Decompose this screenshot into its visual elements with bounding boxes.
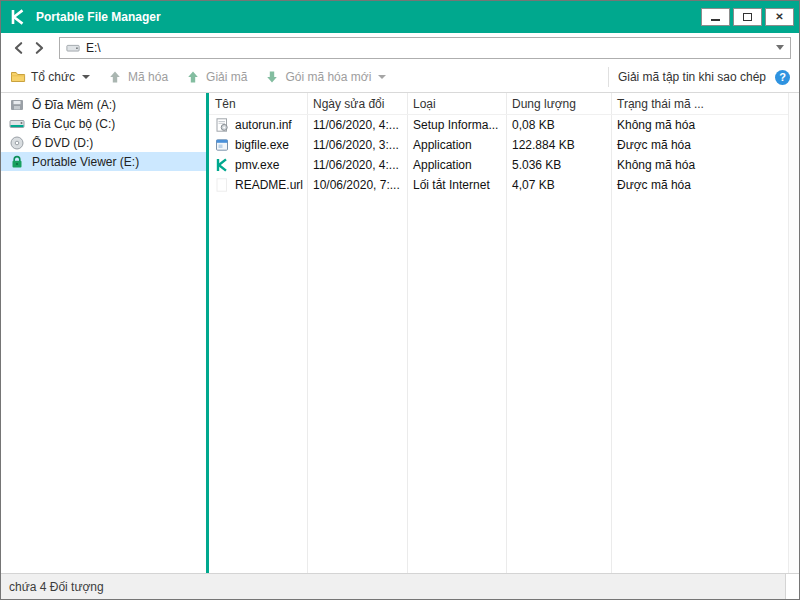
vertical-scrollbar-track[interactable] xyxy=(788,93,799,573)
lock-icon xyxy=(9,154,25,170)
sidebar-item[interactable]: Đĩa Cục bộ (C:) xyxy=(1,114,206,133)
toolbar-right: Giải mã tập tin khi sao chép ? xyxy=(608,67,790,87)
file-modified: 11/06/2020, 3:... xyxy=(307,138,407,152)
forward-arrow-icon xyxy=(32,41,46,55)
titlebar: Portable File Manager ✕ xyxy=(1,1,799,33)
sidebar-item[interactable]: Ổ DVD (D:) xyxy=(1,133,206,152)
column-header[interactable]: Ngày sửa đổi xyxy=(307,97,407,111)
minimize-icon xyxy=(711,19,720,21)
column-header[interactable]: Tên xyxy=(209,97,307,111)
organize-label: Tổ chức xyxy=(31,70,75,84)
decrypt-label: Giải mã xyxy=(206,70,247,84)
forward-button[interactable] xyxy=(29,37,49,59)
decrypt-on-copy-label: Giải mã tập tin khi sao chép xyxy=(618,70,766,84)
file-size: 0,08 KB xyxy=(506,118,611,132)
address-dropdown-icon[interactable] xyxy=(776,45,784,50)
file-size: 4,07 KB xyxy=(506,178,611,192)
sidebar-item-label: Ổ DVD (D:) xyxy=(32,136,93,150)
drive-tree: Ổ Đĩa Mềm (A:)Đĩa Cục bộ (C:)Ổ DVD (D:)P… xyxy=(1,93,206,573)
toolbar: Tổ chức Mã hóa Giải mã Gói mã hóa mới Gi… xyxy=(1,62,799,93)
setup-info-icon xyxy=(214,117,230,133)
new-package-arrow-icon xyxy=(264,69,280,85)
file-name: autorun.inf xyxy=(235,118,292,132)
navigation-bar: E:\ xyxy=(1,33,799,62)
file-size: 5.036 KB xyxy=(506,158,611,172)
help-icon[interactable]: ? xyxy=(775,70,790,85)
drive-icon xyxy=(66,41,80,55)
column-header[interactable]: Loại xyxy=(407,97,506,111)
kaspersky-icon xyxy=(214,157,230,173)
column-header[interactable]: Trạng thái mã ... xyxy=(611,97,788,111)
toolbar-separator xyxy=(608,67,609,87)
kaspersky-logo-icon xyxy=(9,8,27,26)
resize-grip[interactable] xyxy=(785,574,799,599)
file-row[interactable]: README.url10/06/2020, 7:...Lối tắt Inter… xyxy=(209,175,788,195)
decrypt-button[interactable]: Giải mã xyxy=(185,69,247,85)
back-arrow-icon xyxy=(12,41,26,55)
sidebar-item[interactable]: Ổ Đĩa Mềm (A:) xyxy=(1,95,206,114)
file-type: Lối tắt Internet xyxy=(407,178,506,192)
file-name: bigfile.exe xyxy=(235,138,289,152)
file-name: README.url xyxy=(235,178,303,192)
application-icon xyxy=(214,137,230,153)
sidebar-item[interactable]: Portable Viewer (E:) xyxy=(1,152,206,171)
decrypt-arrow-icon xyxy=(185,69,201,85)
status-text: chứa 4 Đối tượng xyxy=(9,580,104,594)
minimize-button[interactable] xyxy=(701,8,730,26)
hdd-icon xyxy=(9,116,25,132)
close-button[interactable]: ✕ xyxy=(765,8,794,26)
file-list-pane: TênNgày sửa đổiLoạiDung lượngTrạng thái … xyxy=(209,93,788,573)
chevron-down-icon xyxy=(82,75,90,79)
file-row[interactable]: pmv.exe11/06/2020, 4:...Application5.036… xyxy=(209,155,788,175)
file-modified: 11/06/2020, 4:... xyxy=(307,118,407,132)
file-list-header: TênNgày sửa đổiLoạiDung lượngTrạng thái … xyxy=(209,93,788,115)
sidebar-item-label: Portable Viewer (E:) xyxy=(32,155,139,169)
address-bar[interactable]: E:\ xyxy=(59,37,791,59)
portable-file-manager-window: Portable File Manager ✕ E:\ Tổ chức xyxy=(0,0,800,600)
status-bar: chứa 4 Đối tượng xyxy=(1,573,799,599)
sidebar-item-label: Ổ Đĩa Mềm (A:) xyxy=(32,98,116,112)
url-icon xyxy=(214,177,230,193)
floppy-icon xyxy=(9,97,25,113)
file-size: 122.884 KB xyxy=(506,138,611,152)
file-row[interactable]: bigfile.exe11/06/2020, 3:...Application1… xyxy=(209,135,788,155)
file-status: Được mã hóa xyxy=(611,138,788,152)
sidebar-item-label: Đĩa Cục bộ (C:) xyxy=(32,117,115,131)
dvd-icon xyxy=(9,135,25,151)
chevron-down-icon xyxy=(378,75,386,79)
window-title: Portable File Manager xyxy=(36,10,161,24)
file-status: Không mã hóa xyxy=(611,158,788,172)
back-button[interactable] xyxy=(9,37,29,59)
new-encrypted-package-button[interactable]: Gói mã hóa mới xyxy=(264,69,386,85)
file-type: Setup Informa... xyxy=(407,118,506,132)
address-path: E:\ xyxy=(86,41,101,55)
close-icon: ✕ xyxy=(775,12,783,22)
organize-button[interactable]: Tổ chức xyxy=(10,69,90,85)
file-type: Application xyxy=(407,158,506,172)
encrypt-button[interactable]: Mã hóa xyxy=(107,69,168,85)
encrypt-arrow-icon xyxy=(107,69,123,85)
maximize-button[interactable] xyxy=(733,8,762,26)
file-type: Application xyxy=(407,138,506,152)
file-list: autorun.inf11/06/2020, 4:...Setup Inform… xyxy=(209,115,788,195)
encrypt-label: Mã hóa xyxy=(128,70,168,84)
file-row[interactable]: autorun.inf11/06/2020, 4:...Setup Inform… xyxy=(209,115,788,135)
folder-icon xyxy=(10,69,26,85)
window-controls: ✕ xyxy=(701,8,794,26)
file-modified: 10/06/2020, 7:... xyxy=(307,178,407,192)
maximize-icon xyxy=(743,13,752,21)
file-modified: 11/06/2020, 4:... xyxy=(307,158,407,172)
column-header[interactable]: Dung lượng xyxy=(506,97,611,111)
content-area: Ổ Đĩa Mềm (A:)Đĩa Cục bộ (C:)Ổ DVD (D:)P… xyxy=(1,93,799,573)
file-name: pmv.exe xyxy=(235,158,279,172)
file-status: Được mã hóa xyxy=(611,178,788,192)
file-status: Không mã hóa xyxy=(611,118,788,132)
new-package-label: Gói mã hóa mới xyxy=(285,70,371,84)
